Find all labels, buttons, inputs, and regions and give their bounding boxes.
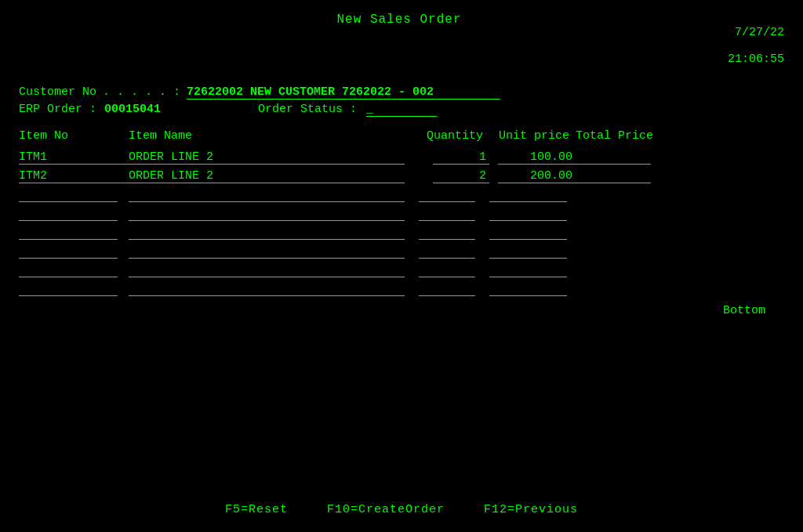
cell-item-no: ITM1 bbox=[19, 150, 129, 165]
cell-quantity bbox=[419, 207, 489, 221]
empty-field[interactable] bbox=[489, 226, 567, 240]
erp-status-row: ERP Order : 00015041 Order Status : _ bbox=[19, 103, 784, 117]
f12-key[interactable]: F12=Previous bbox=[484, 503, 578, 516]
empty-field[interactable] bbox=[129, 244, 405, 259]
cell-item-name: ORDER LINE 2 bbox=[129, 150, 419, 165]
col-header-quantity: Quantity bbox=[419, 129, 489, 143]
cell-item-name: ORDER LINE 2 bbox=[129, 169, 419, 183]
table-body: ITM1 ORDER LINE 2 1 100.00 ITM2 bbox=[19, 150, 784, 296]
cell-quantity bbox=[419, 263, 489, 277]
total-price-value[interactable] bbox=[576, 164, 651, 165]
table-section: Item No Item Name Quantity Unit price To… bbox=[19, 129, 784, 296]
empty-field[interactable] bbox=[19, 188, 118, 202]
bottom-label: Bottom bbox=[723, 304, 765, 317]
cell-unit-price: 100.00 bbox=[489, 150, 576, 165]
empty-field[interactable] bbox=[129, 188, 405, 202]
table-row: ITM1 ORDER LINE 2 1 100.00 bbox=[19, 150, 784, 165]
empty-field[interactable] bbox=[489, 188, 567, 202]
order-status-group: Order Status : _ bbox=[258, 103, 437, 117]
empty-field[interactable] bbox=[419, 188, 475, 202]
empty-field[interactable] bbox=[489, 244, 567, 259]
empty-field[interactable] bbox=[489, 263, 567, 277]
cell-item-no bbox=[19, 244, 129, 259]
col-header-unit-price: Unit price bbox=[489, 129, 576, 143]
order-status-value[interactable]: _ bbox=[366, 103, 437, 117]
cell-item-name bbox=[129, 282, 419, 296]
cell-quantity bbox=[419, 282, 489, 296]
cell-item-no: ITM2 bbox=[19, 169, 129, 183]
empty-field[interactable] bbox=[489, 207, 567, 221]
table-header: Item No Item Name Quantity Unit price To… bbox=[19, 129, 784, 144]
empty-field[interactable] bbox=[419, 226, 475, 240]
cell-item-no bbox=[19, 282, 129, 296]
cell-item-no bbox=[19, 188, 129, 202]
empty-field[interactable] bbox=[129, 207, 405, 221]
cell-item-name bbox=[129, 244, 419, 259]
table-row bbox=[19, 226, 784, 240]
erp-label: ERP Order : bbox=[19, 103, 96, 116]
empty-field[interactable] bbox=[419, 263, 475, 277]
screen: New Sales Order 7/27/22 21:06:55 Custome… bbox=[0, 0, 803, 532]
item-name-value[interactable]: ORDER LINE 2 bbox=[129, 150, 405, 165]
date: 7/27/22 bbox=[735, 26, 784, 39]
table-row bbox=[19, 244, 784, 259]
cell-unit-price bbox=[489, 207, 576, 221]
col-header-item-no: Item No bbox=[19, 129, 129, 143]
order-status-cursor: _ bbox=[366, 103, 373, 116]
f10-key[interactable]: F10=CreateOrder bbox=[327, 503, 445, 516]
cell-item-name bbox=[129, 188, 419, 202]
empty-field[interactable] bbox=[19, 226, 118, 240]
item-no-value[interactable]: ITM1 bbox=[19, 150, 129, 165]
function-bar: F5=Reset F10=CreateOrder F12=Previous bbox=[0, 503, 803, 516]
empty-field[interactable] bbox=[129, 282, 405, 296]
customer-row: Customer No . . . . . : 72622002 NEW CUS… bbox=[19, 85, 784, 100]
quantity-value[interactable]: 2 bbox=[433, 169, 489, 183]
cell-unit-price bbox=[489, 244, 576, 259]
unit-price-value[interactable]: 100.00 bbox=[498, 150, 576, 165]
customer-dots: . . . . . : bbox=[103, 85, 180, 99]
cell-total-price bbox=[576, 164, 670, 165]
customer-value[interactable]: 72622002 NEW CUSTOMER 7262022 - 002 bbox=[187, 85, 500, 100]
cell-quantity: 2 bbox=[419, 169, 489, 183]
datetime: 7/27/22 21:06:55 bbox=[685, 13, 784, 79]
empty-field[interactable] bbox=[19, 207, 118, 221]
table-row bbox=[19, 188, 784, 202]
erp-value: 00015041 bbox=[104, 103, 161, 116]
f5-key[interactable]: F5=Reset bbox=[225, 503, 288, 516]
cell-unit-price bbox=[489, 282, 576, 296]
total-price-value[interactable] bbox=[576, 183, 651, 183]
cell-item-no bbox=[19, 226, 129, 240]
empty-field[interactable] bbox=[419, 207, 475, 221]
cell-quantity: 1 bbox=[419, 150, 489, 165]
cell-unit-price: 200.00 bbox=[489, 169, 576, 183]
cell-unit-price bbox=[489, 263, 576, 277]
cell-total-price bbox=[576, 183, 670, 183]
col-header-total-price: Total Price bbox=[576, 129, 670, 143]
empty-field[interactable] bbox=[129, 226, 405, 240]
empty-field[interactable] bbox=[129, 263, 405, 277]
table-row: ITM2 ORDER LINE 2 2 200.00 bbox=[19, 169, 784, 183]
table-row bbox=[19, 282, 784, 296]
col-header-item-name: Item Name bbox=[129, 129, 419, 143]
cell-item-name bbox=[129, 226, 419, 240]
item-no-value[interactable]: ITM2 bbox=[19, 169, 129, 183]
item-name-value[interactable]: ORDER LINE 2 bbox=[129, 169, 405, 183]
unit-price-value[interactable]: 200.00 bbox=[498, 169, 576, 183]
cell-item-name bbox=[129, 263, 419, 277]
cell-quantity bbox=[419, 188, 489, 202]
quantity-value[interactable]: 1 bbox=[433, 150, 489, 165]
cell-unit-price bbox=[489, 188, 576, 202]
table-row bbox=[19, 263, 784, 277]
table-row bbox=[19, 207, 784, 221]
empty-field[interactable] bbox=[19, 282, 118, 296]
empty-field[interactable] bbox=[19, 244, 118, 259]
empty-field[interactable] bbox=[19, 263, 118, 277]
cell-item-no bbox=[19, 263, 129, 277]
cell-quantity bbox=[419, 244, 489, 259]
empty-field[interactable] bbox=[489, 282, 567, 296]
cell-item-name bbox=[129, 207, 419, 221]
empty-field[interactable] bbox=[419, 244, 475, 259]
empty-field[interactable] bbox=[419, 282, 475, 296]
customer-label: Customer No bbox=[19, 85, 96, 99]
cell-quantity bbox=[419, 226, 489, 240]
